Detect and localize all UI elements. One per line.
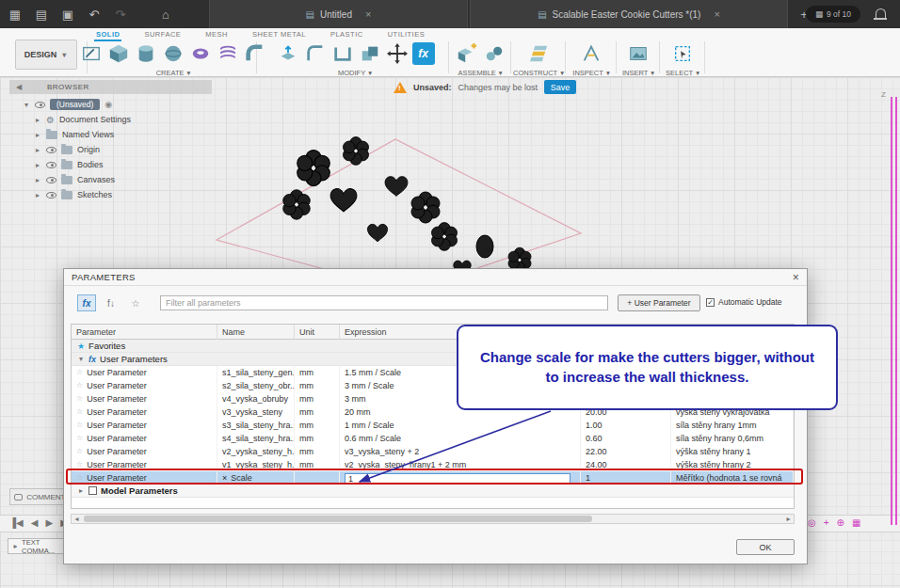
create-sketch-icon[interactable] xyxy=(79,41,104,66)
col-name[interactable]: Name xyxy=(217,325,295,340)
close-tab-icon[interactable]: × xyxy=(714,8,719,20)
insert-group-label[interactable]: INSERT▾ xyxy=(622,69,654,77)
expand-icon[interactable]: ▸ xyxy=(34,191,41,199)
expand-icon[interactable]: ▸ xyxy=(34,161,41,169)
browser-panel-header[interactable]: ◀ BROWSER xyxy=(9,80,212,94)
collapse-group-icon[interactable]: ▾ xyxy=(77,353,85,366)
favorite-star-icon[interactable]: ☆ xyxy=(76,458,83,471)
model-parameters-group-row[interactable]: ▸ Model Parameters xyxy=(72,485,794,498)
expand-icon[interactable]: ▸ xyxy=(34,146,41,154)
visibility-eye-icon[interactable] xyxy=(46,147,56,153)
measure-icon[interactable] xyxy=(579,41,603,66)
model-parameters-checkbox[interactable] xyxy=(88,486,97,495)
create-group-label[interactable]: CREATE▾ xyxy=(156,69,191,77)
browser-item-origin[interactable]: ▸ Origin xyxy=(23,142,131,157)
expand-icon[interactable]: ▸ xyxy=(34,131,41,139)
move-copy-icon[interactable] xyxy=(385,41,410,66)
create-sphere-icon[interactable] xyxy=(161,41,185,66)
favorite-star-icon[interactable]: ☆ xyxy=(76,419,83,432)
pan-icon[interactable]: + xyxy=(824,517,829,528)
browser-item-document-settings[interactable]: ▸ ⚙ Document Settings xyxy=(23,112,131,127)
step-back-icon[interactable]: ◀ xyxy=(31,517,39,528)
create-box-icon[interactable] xyxy=(106,41,131,66)
favorite-star-icon[interactable]: ☆ xyxy=(76,471,83,485)
workspace-design-dropdown[interactable]: DESIGN ▾ xyxy=(15,40,77,70)
extension-days-badge[interactable]: ▦ 9 of 10 xyxy=(806,6,860,23)
parameter-row[interactable]: ☆User Parameter v2_vyska_steny_h...mm v3… xyxy=(72,445,794,458)
app-menu-icon[interactable]: ▦ xyxy=(4,3,26,25)
visibility-eye-icon[interactable] xyxy=(46,162,56,168)
horizontal-scrollbar[interactable]: ◂ ▸ xyxy=(71,514,795,524)
document-tab-cookie-cutters[interactable]: ▤ Scalable Easter Cookie Cutters *(1) × xyxy=(470,0,788,28)
close-tab-icon[interactable]: × xyxy=(365,8,371,20)
go-to-start-icon[interactable]: ▐◀ xyxy=(9,517,24,528)
fx-filter-icon[interactable]: fx xyxy=(77,294,96,311)
sort-parameters-icon[interactable]: f↓ xyxy=(102,294,121,311)
record-icon[interactable]: ◉ xyxy=(104,100,112,109)
favorite-star-icon[interactable]: ☆ xyxy=(76,432,83,445)
parameter-row-scale-selected[interactable]: ☆User Parameter ×Scale 1 1 Měřítko (hodn… xyxy=(72,471,794,485)
new-component-icon[interactable] xyxy=(455,41,479,66)
favorite-star-icon[interactable]: ☆ xyxy=(76,379,83,392)
favorite-star-icon[interactable]: ☆ xyxy=(76,445,83,458)
text-commands-toggle[interactable]: ▸ TEXT COMMA... xyxy=(8,538,70,554)
browser-item-bodies[interactable]: ▸ Bodies xyxy=(23,157,131,172)
document-tab-untitled[interactable]: ▤ Untitled × xyxy=(209,0,468,28)
scrollbar-thumb[interactable] xyxy=(84,516,592,522)
undo-icon[interactable]: ↶ xyxy=(83,3,105,25)
collapse-browser-icon[interactable]: ◀ xyxy=(15,83,23,91)
browser-item-sketches[interactable]: ▸ Sketches xyxy=(23,187,131,202)
expand-icon[interactable]: ▸ xyxy=(34,116,41,124)
redo-icon[interactable]: ↷ xyxy=(109,3,132,25)
change-parameters-fx-icon[interactable]: fx xyxy=(412,42,435,65)
delete-parameter-icon[interactable]: × xyxy=(222,471,227,485)
shell-icon[interactable] xyxy=(330,41,355,66)
expand-group-icon[interactable]: ▸ xyxy=(77,485,85,498)
grid-settings-icon[interactable]: ▦ xyxy=(852,517,860,528)
ok-button[interactable]: OK xyxy=(736,539,795,555)
save-document-button[interactable]: Save xyxy=(544,80,576,94)
col-unit[interactable]: Unit xyxy=(295,325,340,340)
play-icon[interactable]: ▶ xyxy=(45,517,53,528)
inspect-group-label[interactable]: INSPECT▾ xyxy=(572,69,609,77)
visibility-eye-icon[interactable] xyxy=(35,102,45,108)
scroll-left-icon[interactable]: ◂ xyxy=(72,515,82,523)
scale-expression-input[interactable]: 1 xyxy=(345,473,571,484)
browser-item-canvases[interactable]: ▸ Canvases xyxy=(23,172,131,187)
dialog-titlebar[interactable]: PARAMETERS × xyxy=(64,269,807,286)
zoom-icon[interactable]: ⊕ xyxy=(837,517,844,528)
select-tool-icon[interactable] xyxy=(670,41,695,66)
save-icon[interactable]: ▣ xyxy=(56,3,79,25)
visibility-eye-icon[interactable] xyxy=(46,177,56,183)
assemble-group-label[interactable]: ASSEMBLE▾ xyxy=(458,69,502,77)
construct-group-label[interactable]: CONSTRUCT▾ xyxy=(513,69,564,77)
favorite-star-icon[interactable]: ☆ xyxy=(76,405,83,419)
file-menu-icon[interactable]: ▤ xyxy=(30,3,53,25)
joint-icon[interactable] xyxy=(482,41,506,66)
browser-root-item[interactable]: ▾ (Unsaved) ◉ xyxy=(23,97,131,112)
add-user-parameter-button[interactable]: + User Parameter xyxy=(618,294,700,311)
visibility-eye-icon[interactable] xyxy=(46,192,56,199)
favorite-star-icon[interactable]: ☆ xyxy=(76,392,83,405)
orbit-icon[interactable]: ◎ xyxy=(808,517,816,528)
automatic-update-checkbox[interactable]: ✓ xyxy=(706,298,715,307)
close-dialog-icon[interactable]: × xyxy=(793,271,799,284)
cookie-cutter-model[interactable] xyxy=(202,113,598,292)
browser-item-named-views[interactable]: ▸ Named Views xyxy=(23,127,131,142)
fillet-icon[interactable] xyxy=(303,41,328,66)
press-pull-icon[interactable] xyxy=(276,41,300,66)
construct-plane-icon[interactable] xyxy=(526,41,551,66)
favorite-star-icon[interactable]: ☆ xyxy=(76,366,83,379)
create-coil-icon[interactable] xyxy=(216,41,240,66)
select-group-label[interactable]: SELECT▾ xyxy=(666,69,699,77)
favorites-filter-star-icon[interactable]: ☆ xyxy=(126,294,145,311)
modify-group-label[interactable]: MODIFY▾ xyxy=(338,69,372,77)
home-icon[interactable]: ⌂ xyxy=(154,3,177,25)
parameter-row[interactable]: ☆User Parameter s4_sila_steny_hra...mm 0… xyxy=(72,432,794,445)
expand-icon[interactable]: ▸ xyxy=(34,176,41,184)
combine-icon[interactable] xyxy=(358,41,382,66)
expand-icon[interactable]: ▾ xyxy=(23,101,30,109)
parameter-row[interactable]: ☆User Parameter s3_sila_steny_hra...mm 1… xyxy=(72,419,794,432)
create-torus-icon[interactable] xyxy=(188,41,213,66)
filter-parameters-input[interactable] xyxy=(160,295,608,310)
